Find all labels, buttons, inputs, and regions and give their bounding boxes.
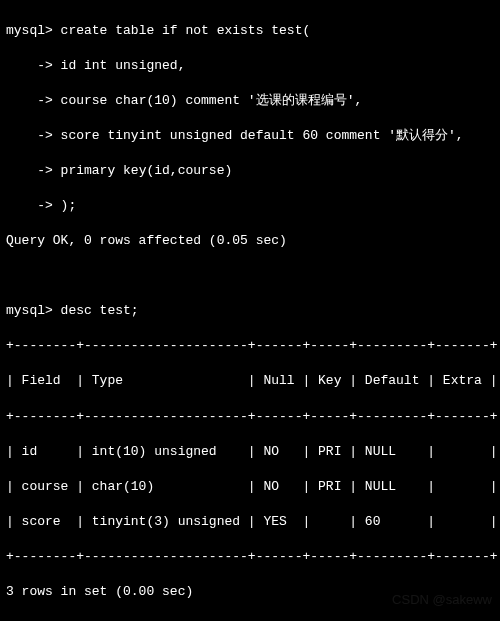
cont-line: -> id int unsigned,	[6, 58, 185, 73]
result-line: Query OK, 0 rows affected (0.05 sec)	[6, 233, 287, 248]
cont-line: -> course char(10) comment '选课的课程编号',	[6, 93, 362, 108]
cont-line: -> primary key(id,course)	[6, 163, 232, 178]
terminal-output[interactable]: mysql> create table if not exists test( …	[0, 0, 500, 621]
table-border: +--------+---------------------+------+-…	[6, 338, 497, 353]
result-line: 3 rows in set (0.00 sec)	[6, 584, 193, 599]
table-border: +--------+---------------------+------+-…	[6, 549, 497, 564]
cont-line: -> );	[6, 198, 76, 213]
prompt-line: mysql> desc test;	[6, 303, 139, 318]
table-row: | score | tinyint(3) unsigned | YES | | …	[6, 514, 497, 529]
table-row: | course | char(10) | NO | PRI | NULL | …	[6, 479, 497, 494]
table-row: | id | int(10) unsigned | NO | PRI | NUL…	[6, 444, 497, 459]
table-header: | Field | Type | Null | Key | Default | …	[6, 373, 497, 388]
prompt-line: mysql> create table if not exists test(	[6, 23, 310, 38]
table-border: +--------+---------------------+------+-…	[6, 409, 497, 424]
cont-line: -> score tinyint unsigned default 60 com…	[6, 128, 464, 143]
